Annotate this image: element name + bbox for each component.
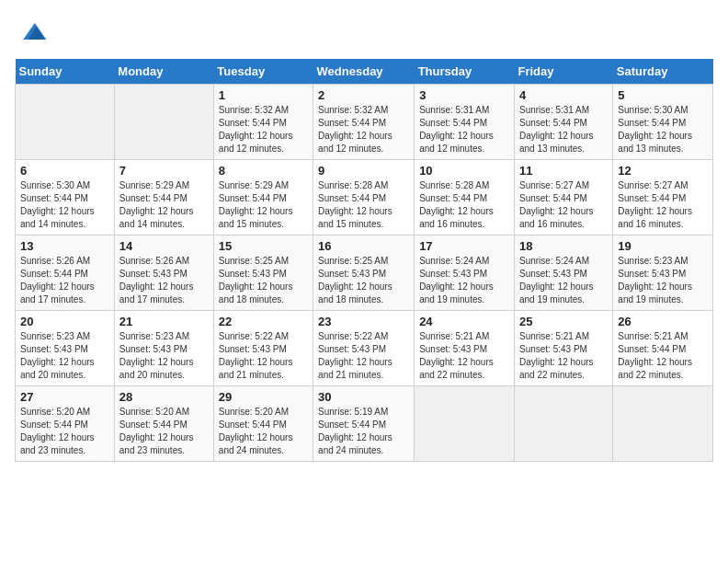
calendar-cell: 26Sunrise: 5:21 AM Sunset: 5:44 PM Dayli… xyxy=(613,311,713,386)
day-info: Sunrise: 5:29 AM Sunset: 5:44 PM Dayligh… xyxy=(219,179,308,231)
calendar-cell: 18Sunrise: 5:24 AM Sunset: 5:43 PM Dayli… xyxy=(514,236,612,311)
day-number: 26 xyxy=(618,315,708,328)
calendar-cell: 11Sunrise: 5:27 AM Sunset: 5:44 PM Dayli… xyxy=(514,160,612,236)
day-info: Sunrise: 5:26 AM Sunset: 5:44 PM Dayligh… xyxy=(20,255,109,306)
day-info: Sunrise: 5:26 AM Sunset: 5:43 PM Dayligh… xyxy=(119,255,209,306)
day-info: Sunrise: 5:23 AM Sunset: 5:43 PM Dayligh… xyxy=(20,330,109,382)
day-number: 1 xyxy=(219,88,308,102)
calendar-cell: 12Sunrise: 5:27 AM Sunset: 5:44 PM Dayli… xyxy=(613,160,713,236)
day-info: Sunrise: 5:19 AM Sunset: 5:44 PM Dayligh… xyxy=(318,406,409,457)
day-number: 17 xyxy=(419,239,509,253)
calendar-cell: 9Sunrise: 5:28 AM Sunset: 5:44 PM Daylig… xyxy=(313,160,415,236)
calendar-cell: 3Sunrise: 5:31 AM Sunset: 5:44 PM Daylig… xyxy=(415,85,515,160)
day-number: 28 xyxy=(119,390,209,404)
calendar-cell: 21Sunrise: 5:23 AM Sunset: 5:43 PM Dayli… xyxy=(114,311,213,386)
day-info: Sunrise: 5:31 AM Sunset: 5:44 PM Dayligh… xyxy=(419,104,509,155)
logo xyxy=(15,15,50,48)
day-info: Sunrise: 5:23 AM Sunset: 5:43 PM Dayligh… xyxy=(618,255,708,306)
day-number: 30 xyxy=(318,390,409,404)
col-header-tuesday: Tuesday xyxy=(213,59,313,85)
day-info: Sunrise: 5:20 AM Sunset: 5:44 PM Dayligh… xyxy=(219,406,308,457)
day-number: 21 xyxy=(119,315,209,328)
day-info: Sunrise: 5:22 AM Sunset: 5:43 PM Dayligh… xyxy=(219,330,308,382)
day-number: 16 xyxy=(318,239,409,253)
calendar-cell: 15Sunrise: 5:25 AM Sunset: 5:43 PM Dayli… xyxy=(213,236,313,311)
calendar-cell: 30Sunrise: 5:19 AM Sunset: 5:44 PM Dayli… xyxy=(313,386,415,462)
calendar-cell: 1Sunrise: 5:32 AM Sunset: 5:44 PM Daylig… xyxy=(213,85,313,160)
day-info: Sunrise: 5:27 AM Sunset: 5:44 PM Dayligh… xyxy=(618,179,708,231)
day-info: Sunrise: 5:20 AM Sunset: 5:44 PM Dayligh… xyxy=(20,406,109,457)
col-header-thursday: Thursday xyxy=(415,59,515,85)
calendar-cell: 8Sunrise: 5:29 AM Sunset: 5:44 PM Daylig… xyxy=(213,160,313,236)
calendar-cell: 5Sunrise: 5:30 AM Sunset: 5:44 PM Daylig… xyxy=(613,85,713,160)
day-info: Sunrise: 5:32 AM Sunset: 5:44 PM Dayligh… xyxy=(318,104,409,155)
col-header-sunday: Sunday xyxy=(16,59,115,85)
day-number: 25 xyxy=(519,315,608,328)
day-info: Sunrise: 5:21 AM Sunset: 5:43 PM Dayligh… xyxy=(419,330,509,382)
day-number: 14 xyxy=(119,239,209,253)
day-info: Sunrise: 5:32 AM Sunset: 5:44 PM Dayligh… xyxy=(219,104,308,155)
day-number: 29 xyxy=(219,390,308,404)
calendar-cell: 6Sunrise: 5:30 AM Sunset: 5:44 PM Daylig… xyxy=(16,160,115,236)
day-number: 20 xyxy=(20,315,109,328)
calendar-cell: 29Sunrise: 5:20 AM Sunset: 5:44 PM Dayli… xyxy=(213,386,313,462)
day-info: Sunrise: 5:21 AM Sunset: 5:43 PM Dayligh… xyxy=(519,330,608,382)
calendar-cell: 13Sunrise: 5:26 AM Sunset: 5:44 PM Dayli… xyxy=(16,236,115,311)
day-info: Sunrise: 5:25 AM Sunset: 5:43 PM Dayligh… xyxy=(318,255,409,306)
day-number: 10 xyxy=(419,164,509,178)
page-header xyxy=(15,15,713,48)
calendar-cell: 19Sunrise: 5:23 AM Sunset: 5:43 PM Dayli… xyxy=(613,236,713,311)
calendar-cell xyxy=(613,386,713,462)
day-number: 22 xyxy=(219,315,308,328)
day-number: 4 xyxy=(519,88,608,102)
calendar-cell: 22Sunrise: 5:22 AM Sunset: 5:43 PM Dayli… xyxy=(213,311,313,386)
day-info: Sunrise: 5:30 AM Sunset: 5:44 PM Dayligh… xyxy=(618,104,708,155)
day-number: 15 xyxy=(219,239,308,253)
calendar-cell: 17Sunrise: 5:24 AM Sunset: 5:43 PM Dayli… xyxy=(415,236,515,311)
day-number: 6 xyxy=(20,164,109,178)
day-info: Sunrise: 5:31 AM Sunset: 5:44 PM Dayligh… xyxy=(519,104,608,155)
day-number: 27 xyxy=(20,390,109,404)
calendar-cell: 7Sunrise: 5:29 AM Sunset: 5:44 PM Daylig… xyxy=(114,160,213,236)
calendar-cell: 2Sunrise: 5:32 AM Sunset: 5:44 PM Daylig… xyxy=(313,85,415,160)
day-info: Sunrise: 5:21 AM Sunset: 5:44 PM Dayligh… xyxy=(618,330,708,382)
day-number: 7 xyxy=(119,164,209,178)
col-header-monday: Monday xyxy=(114,59,213,85)
calendar-cell: 23Sunrise: 5:22 AM Sunset: 5:43 PM Dayli… xyxy=(313,311,415,386)
calendar-cell xyxy=(514,386,612,462)
day-number: 11 xyxy=(519,164,608,178)
day-number: 19 xyxy=(618,239,708,253)
calendar-cell xyxy=(415,386,515,462)
calendar-cell: 28Sunrise: 5:20 AM Sunset: 5:44 PM Dayli… xyxy=(114,386,213,462)
calendar-cell: 24Sunrise: 5:21 AM Sunset: 5:43 PM Dayli… xyxy=(415,311,515,386)
calendar-cell: 20Sunrise: 5:23 AM Sunset: 5:43 PM Dayli… xyxy=(16,311,115,386)
day-info: Sunrise: 5:28 AM Sunset: 5:44 PM Dayligh… xyxy=(318,179,409,231)
day-info: Sunrise: 5:30 AM Sunset: 5:44 PM Dayligh… xyxy=(20,179,109,231)
calendar-cell: 25Sunrise: 5:21 AM Sunset: 5:43 PM Dayli… xyxy=(514,311,612,386)
day-number: 23 xyxy=(318,315,409,328)
day-number: 13 xyxy=(20,239,109,253)
calendar-cell: 10Sunrise: 5:28 AM Sunset: 5:44 PM Dayli… xyxy=(415,160,515,236)
calendar-table: SundayMondayTuesdayWednesdayThursdayFrid… xyxy=(15,59,713,462)
col-header-saturday: Saturday xyxy=(613,59,713,85)
logo-icon xyxy=(17,15,50,48)
day-number: 3 xyxy=(419,88,509,102)
calendar-cell: 16Sunrise: 5:25 AM Sunset: 5:43 PM Dayli… xyxy=(313,236,415,311)
calendar-cell xyxy=(114,85,213,160)
day-number: 24 xyxy=(419,315,509,328)
calendar-cell: 27Sunrise: 5:20 AM Sunset: 5:44 PM Dayli… xyxy=(16,386,115,462)
day-number: 18 xyxy=(519,239,608,253)
col-header-friday: Friday xyxy=(514,59,612,85)
day-info: Sunrise: 5:24 AM Sunset: 5:43 PM Dayligh… xyxy=(419,255,509,306)
day-info: Sunrise: 5:28 AM Sunset: 5:44 PM Dayligh… xyxy=(419,179,509,231)
calendar-cell: 14Sunrise: 5:26 AM Sunset: 5:43 PM Dayli… xyxy=(114,236,213,311)
day-number: 8 xyxy=(219,164,308,178)
day-info: Sunrise: 5:22 AM Sunset: 5:43 PM Dayligh… xyxy=(318,330,409,382)
day-number: 12 xyxy=(618,164,708,178)
calendar-cell: 4Sunrise: 5:31 AM Sunset: 5:44 PM Daylig… xyxy=(514,85,612,160)
day-number: 9 xyxy=(318,164,409,178)
calendar-cell xyxy=(16,85,115,160)
day-info: Sunrise: 5:25 AM Sunset: 5:43 PM Dayligh… xyxy=(219,255,308,306)
day-info: Sunrise: 5:24 AM Sunset: 5:43 PM Dayligh… xyxy=(519,255,608,306)
day-number: 5 xyxy=(618,88,708,102)
